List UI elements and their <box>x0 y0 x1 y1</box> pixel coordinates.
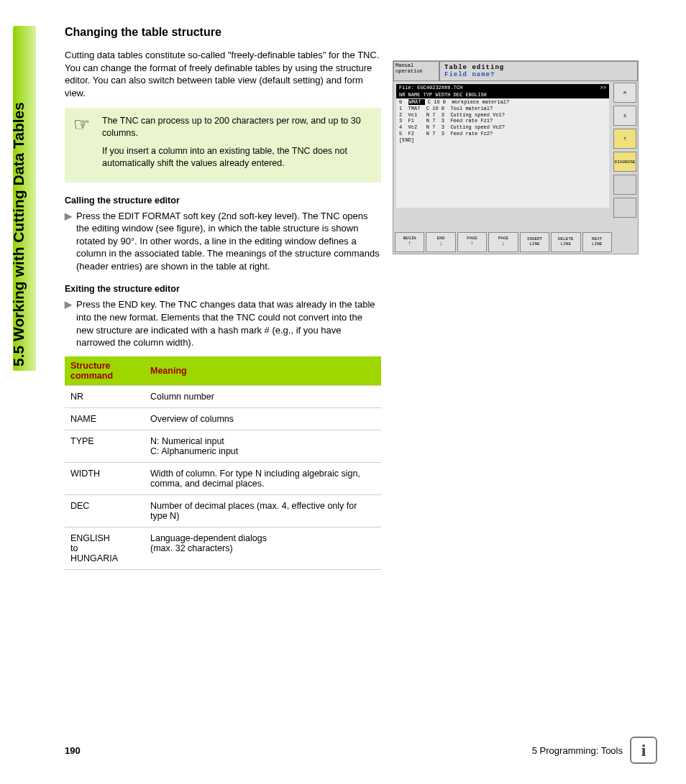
tnc-screenshot: Manual operation Table editing Field nam… <box>393 60 639 254</box>
table-row: DECNumber of decimal places (max. 4, eff… <box>65 494 381 527</box>
cell-command: DEC <box>65 494 145 527</box>
ss-softkey[interactable]: PAGE↓ <box>488 232 518 252</box>
ss-side-button[interactable] <box>613 175 636 195</box>
ss-file-right: >> <box>600 85 606 91</box>
ss-softkey[interactable]: INSERTLINE <box>520 232 549 252</box>
ss-data-row: 1 TMAT C 16 0 Tool material? <box>399 106 606 112</box>
ss-data-row: 3 F1 N 7 3 Feed rate Fz1? <box>399 118 606 124</box>
pointing-hand-icon: ☞ <box>73 115 102 175</box>
sidebar-section-label: 5.5 Working with Cutting Data Tables <box>10 102 27 366</box>
ss-end-row: [END] <box>399 137 606 144</box>
ss-side-buttons: MSTDIAGNOSE <box>613 83 636 218</box>
page-heading: Changing the table structure <box>65 26 381 39</box>
cell-command: TYPE <box>65 430 145 462</box>
cell-meaning: Number of decimal places (max. 4, effect… <box>145 494 381 527</box>
step-text: Press the EDIT FORMAT soft key (2nd soft… <box>76 210 381 273</box>
info-icon: i <box>630 737 657 764</box>
ss-data-row: 0 WMAT C 16 0 Workpiece material? <box>399 99 606 106</box>
cell-meaning: Overview of columns <box>145 407 381 430</box>
ss-side-button[interactable]: M <box>613 83 636 103</box>
main-content: Changing the table structure Cutting dat… <box>65 26 381 570</box>
table-row: NAMEOverview of columns <box>65 407 381 430</box>
note-line-2: If you insert a column into an existing … <box>102 145 372 170</box>
table-header-command: Structure command <box>65 356 145 386</box>
table-row: NRColumn number <box>65 385 381 407</box>
step-exiting: ▶ Press the END key. The TNC changes dat… <box>65 298 381 349</box>
step-calling: ▶ Press the EDIT FORMAT soft key (2nd so… <box>65 210 381 273</box>
cell-meaning: Column number <box>145 385 381 407</box>
cell-command: NR <box>65 385 145 407</box>
ss-row-area: 0 WMAT C 16 0 Workpiece material?1 TMAT … <box>396 98 609 208</box>
table-header-meaning: Meaning <box>145 356 381 386</box>
step-text: Press the END key. The TNC changes data … <box>76 298 381 349</box>
ss-file-label: File: EGC40232###.TCH <box>399 85 462 91</box>
intro-paragraph: Cutting data tables constitute so-called… <box>65 49 381 99</box>
cell-command: WIDTH <box>65 462 145 494</box>
ss-side-button[interactable] <box>613 198 636 218</box>
ss-subtitle: Field name? <box>444 71 633 78</box>
table-row: TYPEN: Numerical input C: Alphanumeric i… <box>65 430 381 462</box>
subheading-exiting: Exiting the structure editor <box>65 284 381 294</box>
cell-meaning: Width of column. For type N including al… <box>145 462 381 494</box>
ss-softkey[interactable]: NEXTLINE <box>582 232 612 252</box>
ss-title-bar: Table editing Field name? <box>439 61 638 81</box>
cell-meaning: N: Numerical input C: Alphanumeric input <box>145 430 381 462</box>
chapter-label: 5 Programming: Tools <box>532 745 623 756</box>
table-row: ENGLISH to HUNGARIALanguage-dependent di… <box>65 527 381 569</box>
chevron-right-icon: ▶ <box>65 210 72 273</box>
ss-data-row: 2 Vc1 N 7 3 Cutting speed Vc1? <box>399 112 606 119</box>
ss-data-row: 5 F2 N 7 3 Feed rate Fz2? <box>399 131 606 137</box>
subheading-calling: Calling the structure editor <box>65 195 381 206</box>
cell-command: NAME <box>65 407 145 430</box>
ss-mode-box: Manual operation <box>393 61 439 81</box>
ss-side-button[interactable]: S <box>613 106 636 126</box>
ss-side-button[interactable]: T <box>613 129 636 149</box>
ss-softkey-row: BEGIN↑END↓PAGE↑PAGE↓INSERTLINEDELETELINE… <box>395 232 612 252</box>
ss-side-button[interactable]: DIAGNOSE <box>613 152 636 172</box>
chevron-right-icon: ▶ <box>65 298 72 349</box>
note-line-1: The TNC can process up to 200 characters… <box>102 115 372 139</box>
cell-command: ENGLISH to HUNGARIA <box>65 527 145 569</box>
table-row: WIDTHWidth of column. For type N includi… <box>65 462 381 494</box>
ss-softkey[interactable]: PAGE↑ <box>457 232 487 252</box>
ss-file-bar: File: EGC40232###.TCH >> <box>396 84 609 91</box>
ss-softkey[interactable]: DELETELINE <box>551 232 580 252</box>
note-box: ☞ The TNC can process up to 200 characte… <box>65 108 381 183</box>
ss-softkey[interactable]: END↓ <box>426 232 455 252</box>
ss-column-header: NR NAME TYP WIDTH DEC ENGLISH <box>396 91 609 98</box>
ss-title: Table editing <box>444 64 504 71</box>
cell-meaning: Language-dependent dialogs (max. 32 char… <box>145 527 381 569</box>
page-footer: 190 5 Programming: Tools i <box>65 737 657 764</box>
ss-softkey[interactable]: BEGIN↑ <box>395 232 424 252</box>
structure-command-table: Structure command Meaning NRColumn numbe… <box>65 356 381 570</box>
ss-data-row: 4 Vc2 N 7 3 Cutting speed Vc2? <box>399 124 606 131</box>
page-number: 190 <box>65 745 81 756</box>
